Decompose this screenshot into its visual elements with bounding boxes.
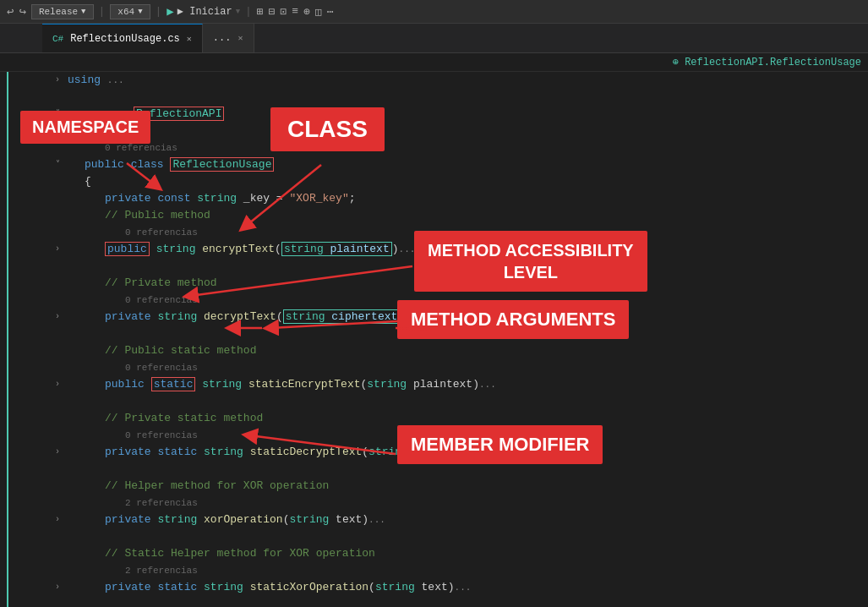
code-row-comment-priv: // Private method <box>8 275 868 292</box>
toolbar: ↩ ↪ Release ▼ | x64 ▼ | ▶ ▶ Iniciar ▼ | … <box>0 0 868 24</box>
code-row-class-open: { <box>8 173 868 190</box>
code-row-ref-decrypt: 0 referencias <box>8 292 868 309</box>
code-row-ref-xor: 2 referencias <box>8 495 868 511</box>
toolbar-icon-4[interactable]: ≡ <box>292 5 298 18</box>
code-row-const: private const string _key = "XOR_key"; <box>8 190 868 207</box>
redo-icon[interactable]: ↪ <box>19 4 25 19</box>
breadcrumb: ⊕ ReflectionAPI.ReflectionUsage <box>0 53 868 72</box>
code-row-using: › using ... <box>8 72 868 89</box>
main-container: ↩ ↪ Release ▼ | x64 ▼ | ▶ ▶ Iniciar ▼ | … <box>0 0 868 607</box>
code-row-comment-pubstatic: // Public static method <box>8 342 868 359</box>
code-row-ref-staticencrypt: 0 referencias <box>8 359 868 376</box>
undo-icon[interactable]: ↩ <box>7 4 14 19</box>
toolbar-icon-5[interactable]: ⊕ <box>303 5 310 19</box>
code-row-ref0: 0 referencias <box>8 139 868 156</box>
toolbar-icon-2[interactable]: ⊟ <box>269 5 276 19</box>
editor-main: › using ... ˅ namespace ReflectionAPI { <box>0 72 868 607</box>
tab-label: ReflectionUsage.cs <box>70 33 180 45</box>
tab-extra-close[interactable]: ✕ <box>237 33 243 43</box>
code-row-comment-privstatic: // Private static method <box>8 410 868 427</box>
toolbar-icon-7[interactable]: ⋯ <box>327 5 334 19</box>
code-row-ref-staticxor: 2 referencias <box>8 562 868 579</box>
tab-reflection-usage[interactable]: C# ReflectionUsage.cs ✕ <box>42 24 203 52</box>
arch-dropdown[interactable]: x64 ▼ <box>110 4 150 19</box>
code-row-comment-staticxor: // Static Helper method for XOR operatio… <box>8 545 868 562</box>
toolbar-icon-1[interactable]: ⊞ <box>257 5 264 19</box>
code-row-blank1 <box>8 89 868 106</box>
breadcrumb-text: ⊕ ReflectionAPI.ReflectionUsage <box>673 56 861 68</box>
code-row-staticdecrypt: › private static string staticDecryptTex… <box>8 444 868 461</box>
tab-extra-label: ... <box>213 32 232 44</box>
code-row-comment-xor: // Helper method for XOR operation <box>8 478 868 495</box>
code-row-staticencrypt: › public static string staticEncryptText… <box>8 376 868 393</box>
code-row-blank2 <box>8 258 868 275</box>
code-row-staticxor: › private static string staticXorOperati… <box>8 579 868 596</box>
code-row-blank3 <box>8 325 868 342</box>
code-row-blank6 <box>8 528 868 545</box>
code-row-xor: › private string xorOperation(string tex… <box>8 511 868 528</box>
code-row-ref-staticdecrypt: 0 referencias <box>8 427 868 444</box>
code-scroll[interactable]: › using ... ˅ namespace ReflectionAPI { <box>8 72 868 607</box>
tab-extra[interactable]: ... ✕ <box>203 24 254 52</box>
tab-close-btn[interactable]: ✕ <box>187 34 192 44</box>
toolbar-icon-3[interactable]: ⊡ <box>281 5 287 19</box>
config-dropdown[interactable]: Release ▼ <box>31 4 94 19</box>
code-row-ref-encrypt: 0 referencias <box>8 224 868 241</box>
code-row-class: ˅ public class ReflectionUsage <box>8 156 868 173</box>
play-label: ▶ Iniciar <box>177 5 232 18</box>
code-row-comment-pub: // Public method <box>8 207 868 224</box>
play-group[interactable]: ▶ ▶ Iniciar ▼ <box>167 4 240 19</box>
code-row-ns-open: { <box>8 123 868 139</box>
toolbar-icon-6[interactable]: ◫ <box>315 5 322 19</box>
code-row-blank5 <box>8 461 868 478</box>
code-row-decrypt: › private string decryptText(string ciph… <box>8 309 868 325</box>
tabbar: C# ReflectionUsage.cs ✕ ... ✕ <box>0 24 868 53</box>
code-row-blank4 <box>8 393 868 410</box>
code-row-namespace: ˅ namespace ReflectionAPI <box>8 106 868 123</box>
tab-icon: C# <box>52 34 63 44</box>
left-margin <box>0 72 8 607</box>
code-row-encrypt: › public string encryptText(string plain… <box>8 241 868 258</box>
code-row-blank7 <box>8 596 868 607</box>
